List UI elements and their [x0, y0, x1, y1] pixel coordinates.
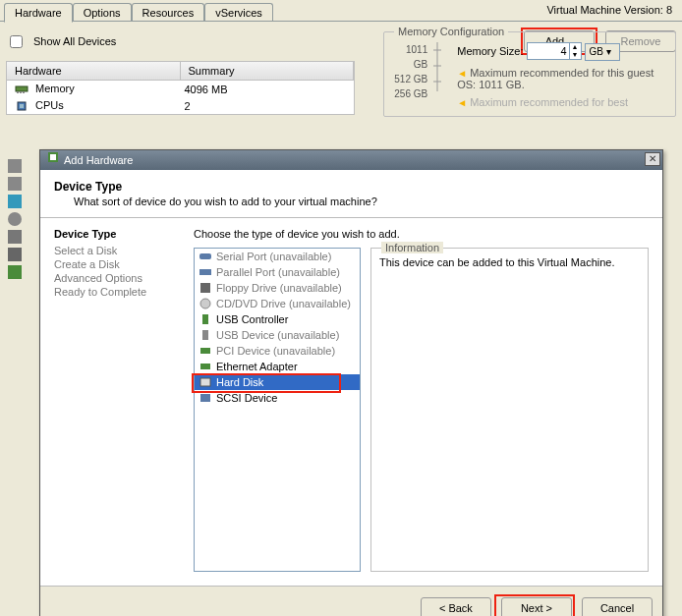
memory-legend: Memory Configuration — [394, 26, 508, 37]
scsi-icon — [8, 195, 22, 208]
hw-col-summary[interactable]: Summary — [181, 62, 355, 80]
list-item[interactable]: Floppy Drive (unavailable) — [195, 280, 360, 296]
pci-icon — [199, 344, 212, 358]
show-all-devices-label: Show All Devices — [33, 35, 116, 47]
nic-icon — [8, 265, 22, 279]
nav-step: Create a Disk — [54, 257, 182, 271]
cd-icon — [8, 212, 22, 226]
nav-step: Select a Disk — [54, 244, 182, 257]
cd-icon — [199, 297, 212, 310]
device-type-list[interactable]: Serial Port (unavailable) Parallel Port … — [194, 248, 361, 572]
wizard-nav: Device Type Select a Disk Create a Disk … — [54, 228, 182, 572]
svg-rect-16 — [202, 314, 208, 324]
list-item[interactable]: CD/DVD Drive (unavailable) — [195, 296, 360, 311]
svg-rect-11 — [50, 154, 56, 160]
information-group: Information This device can be added to … — [370, 248, 649, 572]
usb-device-icon — [199, 328, 212, 342]
svg-rect-19 — [200, 364, 210, 369]
list-item[interactable]: Parallel Port (unavailable) — [195, 264, 360, 280]
parallel-port-icon — [199, 265, 212, 279]
svg-rect-17 — [202, 330, 208, 340]
svg-rect-18 — [200, 348, 210, 354]
close-icon[interactable]: ✕ — [645, 152, 660, 166]
dialog-footer: < Back Next > Cancel — [40, 586, 662, 616]
hardware-panel: Show All Devices Add... Remove Hardware … — [0, 21, 682, 610]
serial-port-icon — [199, 250, 212, 263]
list-item[interactable]: USB Controller — [195, 311, 360, 327]
add-hardware-dialog: Add Hardware ✕ Device Type What sort of … — [39, 149, 663, 616]
svg-rect-3 — [23, 91, 25, 93]
tab-resources[interactable]: Resources — [132, 3, 205, 22]
device-side-icons — [8, 159, 24, 283]
wizard-icon — [46, 150, 60, 170]
svg-rect-5 — [20, 104, 24, 108]
table-row[interactable]: CPUs 2 — [7, 97, 354, 114]
device-instruction: Choose the type of device you wish to ad… — [194, 228, 649, 240]
memory-size-input[interactable]: 4 ▲▼ — [527, 42, 582, 60]
hard-disk-highlight — [192, 373, 341, 393]
disk-icon — [8, 230, 22, 244]
page-title: Device Type — [54, 180, 649, 194]
list-item[interactable]: PCI Device (unavailable) — [195, 343, 360, 359]
hardware-table: Hardware Summary Memory 4096 MB CPUs 2 — [6, 61, 355, 115]
list-item[interactable]: USB Device (unavailable) — [195, 327, 360, 343]
floppy-icon — [199, 281, 212, 295]
dialog-titlebar[interactable]: Add Hardware ✕ — [40, 150, 662, 170]
memory-icon — [15, 84, 28, 95]
memory-unit-select[interactable]: GB ▾ — [585, 43, 620, 61]
memory-config-group: Memory Configuration 1011 GB 512 GB 256 … — [383, 31, 676, 117]
svg-rect-1 — [17, 91, 19, 93]
svg-rect-2 — [20, 91, 22, 93]
nav-step: Ready to Complete — [54, 285, 182, 299]
spinner-arrows[interactable]: ▲▼ — [569, 43, 581, 59]
marker-icon: ◄ — [457, 97, 467, 108]
marker-icon: ◄ — [457, 68, 467, 79]
svg-rect-13 — [199, 269, 211, 275]
show-all-devices-checkbox[interactable] — [10, 35, 23, 48]
info-text: This device can be added to this Virtual… — [379, 256, 640, 268]
svg-rect-21 — [200, 394, 210, 402]
svg-point-15 — [200, 299, 210, 308]
hw-col-hardware[interactable]: Hardware — [7, 62, 181, 80]
tab-strip: Hardware Options Resources vServices Vir… — [0, 0, 682, 21]
list-item[interactable]: Ethernet Adapter — [195, 359, 360, 374]
page-subtitle: What sort of device do you wish to add t… — [74, 196, 649, 207]
vmci-icon — [8, 177, 22, 191]
memory-scale: 1011 GB 512 GB 256 GB — [392, 42, 427, 108]
usb-icon — [199, 312, 212, 326]
cancel-button[interactable]: Cancel — [582, 597, 653, 616]
cpu-icon — [15, 100, 28, 112]
nav-step: Advanced Options — [54, 271, 182, 285]
nic-icon — [199, 360, 212, 373]
svg-rect-14 — [200, 283, 210, 293]
memory-size-label: Memory Size: — [457, 45, 523, 57]
next-button[interactable]: Next > — [501, 597, 572, 616]
back-button[interactable]: < Back — [421, 597, 491, 616]
tab-hardware[interactable]: Hardware — [4, 3, 73, 23]
tab-options[interactable]: Options — [73, 3, 132, 22]
video-icon — [8, 159, 22, 173]
vm-version-label: Virtual Machine Version: 8 — [546, 4, 672, 16]
list-item[interactable]: Serial Port (unavailable) — [195, 249, 360, 264]
tab-vservices[interactable]: vServices — [204, 3, 273, 22]
floppy-icon — [8, 248, 22, 261]
scsi-icon — [199, 391, 212, 405]
next-button-highlight: Next > — [494, 594, 575, 616]
svg-rect-0 — [16, 86, 28, 91]
table-row[interactable]: Memory 4096 MB — [7, 81, 354, 97]
svg-rect-12 — [199, 253, 211, 259]
